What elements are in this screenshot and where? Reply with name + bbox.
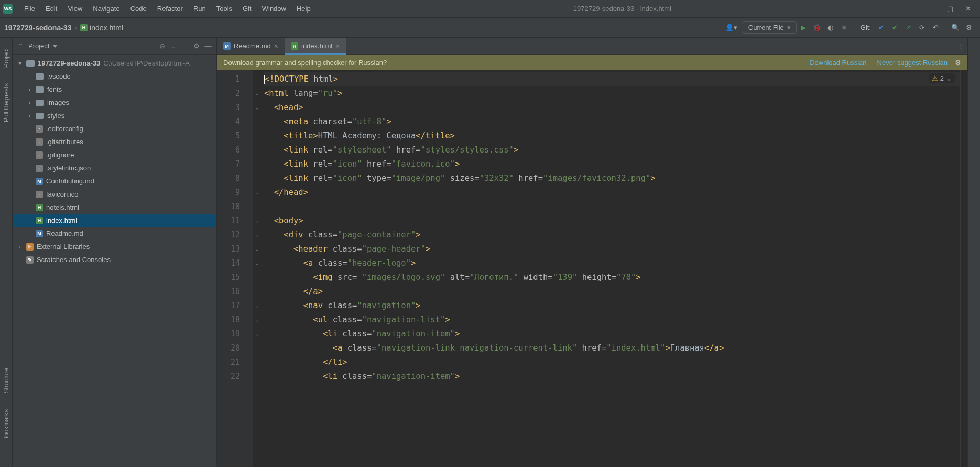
tree-root[interactable]: ▾1972729-sedona-33 C:\Users\HP\Desktop\h… [13, 57, 216, 70]
project-panel-header: 🗀 Project ⊕ ≡ ≣ ⚙ — [13, 38, 216, 55]
menu-git[interactable]: Git [237, 3, 257, 15]
inspections-widget[interactable]: ⚠ 2 ⌄ [929, 73, 955, 83]
line-number-gutter[interactable]: 12345678910111213141516171819202122 [217, 70, 253, 467]
menu-bar: WS FileEditViewNavigateCodeRefactorRunTo… [0, 0, 980, 18]
chevron-down-icon[interactable] [52, 45, 58, 48]
main-area: Project Pull Requests Structure Bookmark… [0, 38, 980, 467]
window-title: 1972729-sedona-33 - index.html [316, 5, 929, 13]
breadcrumb: 1972729-sedona-33 › H index.html [4, 24, 123, 32]
warning-icon: ⚠ [932, 74, 938, 82]
editor: MReadme.md×Hindex.html×⋮ Download gramma… [217, 38, 967, 467]
code-content[interactable]: <!DOCTYPE html><html lang="ru"> <head> <… [261, 70, 960, 467]
run-icon[interactable]: ▶ [797, 21, 810, 35]
html-file-icon: H [80, 24, 88, 31]
tabs-more-icon[interactable]: ⋮ [957, 42, 967, 50]
select-opened-file-icon[interactable]: ⊕ [158, 42, 166, 50]
tab-close-icon[interactable]: × [274, 42, 278, 50]
panel-settings-icon[interactable]: ⚙ [192, 42, 201, 50]
menu-items: FileEditViewNavigateCodeRefactorRunTools… [19, 3, 316, 15]
tree-file-gitattributes[interactable]: ·.gitattributes [13, 135, 216, 148]
code-area[interactable]: 12345678910111213141516171819202122 ⌄⌄⌵⌄… [217, 70, 967, 467]
notification-banner: Download grammar and spelling checker fo… [217, 55, 967, 70]
tree-scratches[interactable]: ✎Scratches and Consoles [13, 253, 216, 266]
tree-file-stylelintrcjson[interactable]: ·.stylelintrc.json [13, 161, 216, 175]
git-commit-icon[interactable]: ✔ [888, 21, 901, 35]
breadcrumb-project[interactable]: 1972729-sedona-33 [4, 24, 71, 32]
app-icon: WS [3, 4, 13, 14]
html-file-icon: H [291, 42, 298, 50]
project-panel-title: Project [28, 42, 49, 50]
banner-download-link[interactable]: Download Russian [810, 59, 866, 67]
fold-gutter[interactable]: ⌄⌄⌵⌄⌄⌄⌄⌄⌄⌄ [253, 70, 261, 467]
rollback-icon[interactable]: ↶ [929, 21, 942, 35]
tree-file-faviconico[interactable]: ·favicon.ico [13, 188, 216, 201]
md-file-icon: M [223, 42, 231, 50]
menu-edit[interactable]: Edit [40, 3, 62, 15]
git-update-icon[interactable]: ✔ [874, 21, 888, 35]
right-tool-rail [967, 38, 980, 467]
tab-index-html[interactable]: Hindex.html× [285, 38, 346, 54]
rail-bookmarks[interactable]: Bookmarks [3, 409, 10, 441]
tree-file-Contributingmd[interactable]: MContributing.md [13, 175, 216, 188]
rail-structure[interactable]: Structure [3, 368, 10, 394]
menu-tools[interactable]: Tools [211, 3, 237, 15]
rail-project[interactable]: Project [3, 48, 10, 68]
maximize-icon[interactable]: ▢ [946, 5, 954, 13]
git-push-icon[interactable]: ↗ [901, 21, 915, 35]
tab-label: index.html [301, 42, 332, 50]
menu-refactor[interactable]: Refactor [152, 3, 188, 15]
menu-window[interactable]: Window [257, 3, 291, 15]
menu-code[interactable]: Code [125, 3, 152, 15]
run-config-label: Current File [748, 24, 784, 31]
tree-folder-images[interactable]: ›images [13, 96, 216, 109]
stop-icon[interactable]: ■ [837, 21, 851, 35]
tab-close-icon[interactable]: × [335, 42, 340, 50]
tree-file-Readmemd[interactable]: MReadme.md [13, 227, 216, 240]
hide-panel-icon[interactable]: — [204, 42, 212, 50]
banner-never-link[interactable]: Never suggest Russian [877, 59, 948, 67]
chevron-right-icon: › [74, 24, 77, 32]
tab-label: Readme.md [234, 42, 271, 50]
expand-all-icon[interactable]: ≡ [169, 42, 178, 50]
close-icon[interactable]: ✕ [964, 5, 972, 13]
left-tool-rail: Project Pull Requests Structure Bookmark… [0, 38, 13, 467]
tree-folder-fonts[interactable]: ›fonts [13, 83, 216, 96]
project-panel: 🗀 Project ⊕ ≡ ≣ ⚙ — ▾1972729-sedona-33 C… [13, 38, 217, 467]
project-view-icon: 🗀 [17, 42, 25, 50]
project-tree[interactable]: ▾1972729-sedona-33 C:\Users\HP\Desktop\h… [13, 55, 216, 467]
collapse-all-icon[interactable]: ≣ [181, 42, 189, 50]
tree-folder-styles[interactable]: ›styles [13, 109, 216, 122]
tree-file-editorconfig[interactable]: ·.editorconfig [13, 122, 216, 135]
breadcrumb-file-label: index.html [90, 24, 123, 32]
banner-settings-icon[interactable]: ⚙ [955, 59, 961, 67]
editor-tabs: MReadme.md×Hindex.html×⋮ [217, 38, 967, 55]
search-icon[interactable]: 🔍 [949, 21, 962, 35]
breadcrumb-file[interactable]: H index.html [80, 24, 123, 32]
toolbar: 1972729-sedona-33 › H index.html 👤▾ Curr… [0, 18, 980, 38]
menu-navigate[interactable]: Navigate [88, 3, 125, 15]
user-icon[interactable]: 👤▾ [725, 21, 738, 35]
git-label: Git: [861, 24, 871, 31]
tree-file-hotelshtml[interactable]: Hhotels.html [13, 201, 216, 214]
run-config-selector[interactable]: Current File ▾ [743, 21, 797, 34]
tree-file-gitignore[interactable]: ·.gitignore [13, 148, 216, 161]
minimize-icon[interactable]: — [929, 5, 936, 13]
chevron-down-icon: ▾ [787, 24, 791, 31]
tree-external-libraries[interactable]: ›⊪External Libraries [13, 240, 216, 253]
chevron-down-icon: ⌄ [946, 74, 952, 82]
menu-view[interactable]: View [62, 3, 88, 15]
coverage-icon[interactable]: ◐ [824, 21, 837, 35]
rail-pull-requests[interactable]: Pull Requests [3, 83, 10, 122]
history-icon[interactable]: ⟳ [915, 21, 929, 35]
breadcrumb-project-label: 1972729-sedona-33 [4, 24, 71, 32]
menu-file[interactable]: File [19, 3, 40, 15]
settings-icon[interactable]: ⚙ [962, 21, 976, 35]
tree-file-indexhtml[interactable]: Hindex.html [13, 214, 216, 227]
debug-icon[interactable]: 🐞 [810, 21, 824, 35]
menu-run[interactable]: Run [188, 3, 211, 15]
error-stripe[interactable] [960, 70, 967, 467]
menu-help[interactable]: Help [291, 3, 316, 15]
tab-readme-md[interactable]: MReadme.md× [217, 38, 285, 54]
tree-folder-vscode[interactable]: .vscode [13, 70, 216, 83]
banner-text: Download grammar and spelling checker fo… [223, 59, 387, 67]
